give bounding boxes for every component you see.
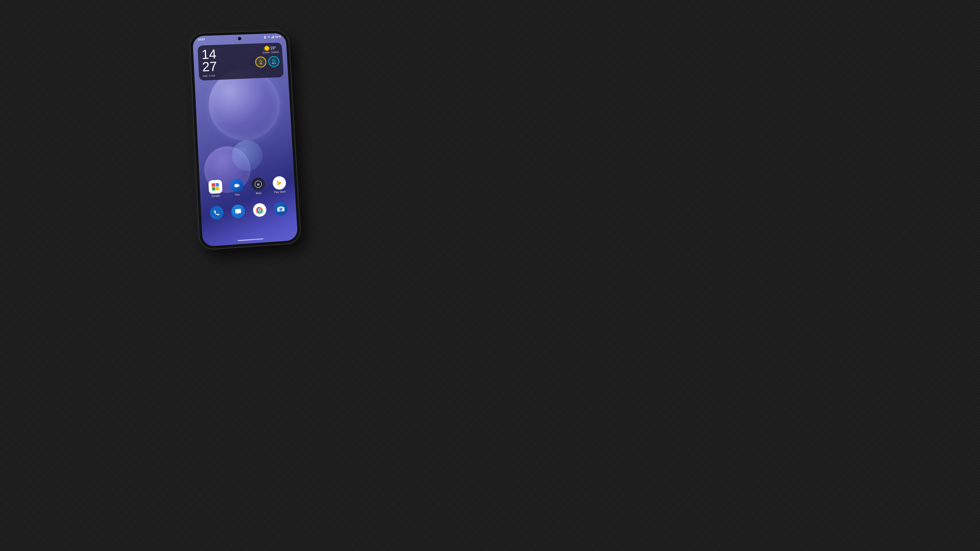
sun-icon — [264, 46, 269, 51]
chrome-icon — [253, 203, 267, 217]
battery-text: 53 % — [275, 35, 281, 38]
duo-label: Duo — [235, 193, 240, 196]
svg-rect-10 — [234, 184, 239, 187]
svg-rect-1 — [272, 37, 272, 38]
google-icon-container — [208, 179, 222, 194]
app-messages[interactable] — [229, 204, 247, 219]
moto-logo-icon: M — [254, 180, 262, 189]
chat-bubble-icon — [235, 208, 242, 215]
svg-rect-0 — [271, 38, 272, 38]
widget-time: 14 27 — [201, 48, 218, 73]
google-grid-icon — [212, 183, 219, 191]
status-time: 14:07 — [198, 38, 205, 41]
battery-icon — [272, 59, 275, 62]
svg-rect-3 — [273, 36, 274, 38]
duo-camera-icon — [233, 182, 240, 189]
moto-icon: M — [251, 177, 265, 191]
chrome-logo-icon — [255, 206, 264, 214]
camera-body-icon — [277, 205, 285, 212]
widget-minute: 27 — [202, 60, 217, 73]
messages-icon — [231, 204, 245, 218]
widget-right: 19° Goyan, Galicia 👣 42 — [255, 46, 280, 68]
svg-rect-2 — [272, 37, 273, 38]
phone-device: 14:07 53 % — [190, 30, 301, 249]
bluetooth-icon — [264, 36, 266, 39]
widget-top: 14 27 19° Goyan, Galicia — [201, 46, 280, 73]
weather-box: 19° Goyan, Galicia — [262, 46, 279, 54]
play-store-triangle-icon — [275, 179, 283, 187]
svg-rect-8 — [273, 60, 275, 62]
phone-handset-icon — [213, 209, 220, 216]
app-chrome[interactable] — [251, 203, 269, 218]
svg-text:M: M — [257, 183, 259, 186]
app-moto[interactable]: M Moto — [249, 177, 267, 195]
app-play-store[interactable]: Play Store — [270, 176, 289, 194]
phone-screen: 14:07 53 % — [192, 33, 298, 247]
signal-icon — [271, 36, 274, 38]
app-phone[interactable] — [207, 205, 226, 220]
google-label: Google — [212, 194, 220, 198]
weather-temp: 19° — [264, 46, 276, 51]
widget-circle-steps: 👣 42 — [255, 56, 267, 68]
moto-label: Moto — [256, 192, 262, 195]
camera-icon — [274, 202, 288, 216]
app-google[interactable]: Google — [206, 179, 224, 198]
duo-icon — [230, 178, 244, 192]
weather-location: Goyan, Galicia — [262, 51, 279, 54]
widget[interactable]: 14 27 19° Goyan, Galicia — [197, 43, 284, 81]
wifi-icon — [267, 36, 270, 38]
widget-circles: 👣 42 53 % — [255, 56, 280, 68]
status-icons: 53 % — [264, 35, 281, 39]
phone-call-icon — [210, 206, 224, 220]
widget-circle-battery: 53 % — [268, 56, 280, 67]
app-duo[interactable]: Duo — [228, 178, 246, 197]
play-store-icon — [272, 176, 286, 190]
app-camera[interactable] — [272, 201, 290, 216]
